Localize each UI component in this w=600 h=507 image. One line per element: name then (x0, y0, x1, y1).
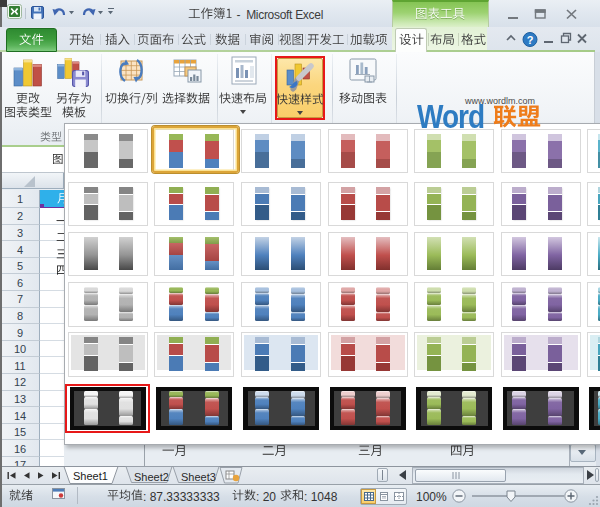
svg-text:?: ? (527, 34, 534, 46)
